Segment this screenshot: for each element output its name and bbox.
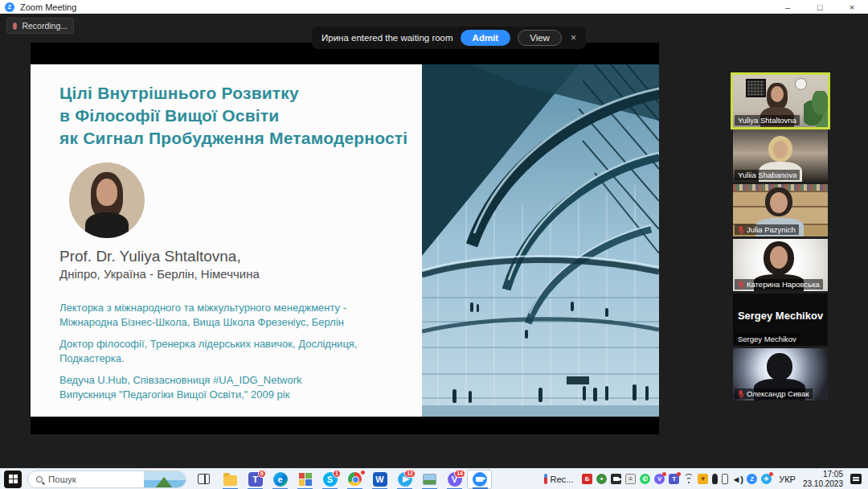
window-titlebar: Z Zoom Meeting – □ × xyxy=(0,0,868,14)
chrome-icon xyxy=(348,472,362,486)
zoom-app-logo-icon: Z xyxy=(5,2,14,12)
telegram-tray-icon[interactable]: ✈ xyxy=(761,474,772,484)
phone-icon[interactable] xyxy=(722,474,728,484)
taskbar-app-word[interactable]: W xyxy=(367,470,392,489)
wall-art-decoration xyxy=(746,79,766,97)
participant-name: Катерина Наровська xyxy=(747,280,820,289)
taskbar-app-viber[interactable]: V14 xyxy=(442,470,467,489)
taskbar-app-telegram[interactable]: 12 xyxy=(392,470,417,489)
video-off-display-name: Sergey Mechikov xyxy=(733,310,828,322)
participant-tile-julia-pazynich[interactable]: Julia Pazynich xyxy=(733,184,828,236)
download-funnel-icon[interactable]: ▼ xyxy=(698,474,708,484)
taskbar-app-edge[interactable]: e xyxy=(268,470,293,489)
microphone-icon[interactable] xyxy=(712,474,718,484)
windows-logo-icon xyxy=(9,475,18,483)
slide-title: Цілі Внутрішнього Розвитку в Філософії В… xyxy=(59,82,407,150)
start-button[interactable] xyxy=(4,471,22,488)
close-button[interactable]: × xyxy=(836,0,868,14)
muted-mic-icon xyxy=(738,226,744,234)
participant-tile-sergey-mechikov[interactable]: Sergey Mechikov Sergey Mechikov xyxy=(733,294,828,346)
minimize-button[interactable]: – xyxy=(772,0,804,14)
clipboard-icon[interactable]: ≡ xyxy=(625,474,636,484)
whatsapp-icon[interactable]: ✆ xyxy=(640,474,650,484)
windows-taskbar: Пошук T6 e S1 W 12 V14 Rec... Б + ≡ ✆ V … xyxy=(0,468,868,489)
zoom-client-area: Recording... Ирина entered the waiting r… xyxy=(0,14,868,469)
participant-name: Julia Pazynich xyxy=(747,225,796,234)
recording-dot-icon xyxy=(13,23,17,30)
participant-name: Олександр Сивак xyxy=(747,389,809,398)
speaker-location: Дніпро, Україна - Берлін, Німеччина xyxy=(59,267,260,281)
wall-clock-decoration xyxy=(795,78,807,90)
window-title: Zoom Meeting xyxy=(20,2,76,12)
viber-tray-icon[interactable]: V xyxy=(654,474,665,484)
waiting-room-message: Ирина entered the waiting room xyxy=(321,33,453,43)
muted-mic-icon xyxy=(738,390,744,398)
participant-name: Yuliia Shabanova xyxy=(738,171,796,179)
speaker-portrait-photo xyxy=(69,162,145,238)
red-app-icon[interactable]: Б xyxy=(582,474,592,484)
notification-center-icon[interactable] xyxy=(850,474,862,484)
admit-button[interactable]: Admit xyxy=(461,30,511,46)
presentation-slide: Цілі Внутрішнього Розвитку в Філософії В… xyxy=(31,64,659,417)
view-button[interactable]: View xyxy=(518,30,562,46)
plant-decoration xyxy=(804,91,828,127)
word-icon: W xyxy=(373,472,387,487)
weather-widget-thumbnail[interactable] xyxy=(144,471,186,488)
search-icon xyxy=(36,476,43,483)
speaker-bio: Лекторка з міжнародного та міжкультурног… xyxy=(59,301,357,409)
reichstag-dome-photo xyxy=(422,64,659,417)
wifi-icon[interactable] xyxy=(683,475,694,483)
participant-name: Yuliya Shtaltovna xyxy=(738,116,796,125)
participant-tile-yuliia-shabanova[interactable]: Yuliia Shabanova xyxy=(733,129,828,182)
security-shield-icon[interactable]: + xyxy=(596,474,607,484)
zoom-tray-icon[interactable]: Z xyxy=(747,474,757,484)
task-view-button[interactable] xyxy=(198,474,210,484)
mosaic-app-icon xyxy=(299,473,312,486)
language-indicator[interactable]: УКР xyxy=(779,475,796,484)
taskbar-app-mosaic[interactable] xyxy=(293,470,317,489)
muted-mic-icon xyxy=(738,281,744,289)
search-placeholder: Пошук xyxy=(48,475,144,484)
zoom-icon xyxy=(473,472,487,487)
camera-icon[interactable] xyxy=(611,474,621,484)
participant-tile-oleksandr-syvak[interactable]: Олександр Сивак xyxy=(733,348,828,401)
recording-indicator[interactable]: Recording... xyxy=(6,18,74,34)
photos-icon xyxy=(423,474,436,485)
taskbar-app-file-explorer[interactable] xyxy=(218,470,243,489)
taskbar-app-chrome[interactable] xyxy=(342,470,367,489)
system-tray: Rec... Б + ≡ ✆ V T ▼ ◄) Z ✈ УКР 17:05 23… xyxy=(544,470,868,489)
participants-sidebar: Yuliya Shtaltovna Yuliia Shabanova Julia… xyxy=(733,75,828,403)
participant-name: Sergey Mechikov xyxy=(738,335,796,343)
tray-rec-label: Rec... xyxy=(550,475,573,484)
file-explorer-icon xyxy=(223,475,237,486)
tray-time: 17:05 xyxy=(803,470,843,479)
edge-icon: e xyxy=(273,472,288,487)
participant-tile-kateryna-narovska[interactable]: Катерина Наровська xyxy=(733,239,828,291)
taskbar-app-zoom[interactable] xyxy=(467,470,492,489)
taskbar-clock[interactable]: 17:05 23.10.2023 xyxy=(803,470,843,489)
thermometer-icon xyxy=(544,474,547,484)
speaker-name: Prof. Dr. Yuliya Shtaltovna, xyxy=(59,248,241,265)
shared-screen-area: Цілі Внутрішнього Розвитку в Філософії В… xyxy=(31,43,659,434)
maximize-button[interactable]: □ xyxy=(804,0,836,14)
taskbar-search-input[interactable]: Пошук xyxy=(27,471,186,488)
participant-tile-yuliya-shtaltovna[interactable]: Yuliya Shtaltovna xyxy=(733,75,828,127)
teams-tray-icon[interactable]: T xyxy=(669,474,679,484)
tray-recording-status[interactable]: Rec... xyxy=(544,474,573,484)
notification-close-icon[interactable]: × xyxy=(571,32,576,43)
taskbar-app-skype[interactable]: S1 xyxy=(317,470,342,489)
waiting-room-notification: Ирина entered the waiting room Admit Vie… xyxy=(312,27,586,49)
taskbar-app-photos[interactable] xyxy=(417,470,442,489)
tray-date: 23.10.2023 xyxy=(803,479,843,489)
taskbar-app-teams[interactable]: T6 xyxy=(243,470,268,489)
volume-icon[interactable]: ◄) xyxy=(732,474,743,484)
recording-label: Recording... xyxy=(22,21,68,31)
